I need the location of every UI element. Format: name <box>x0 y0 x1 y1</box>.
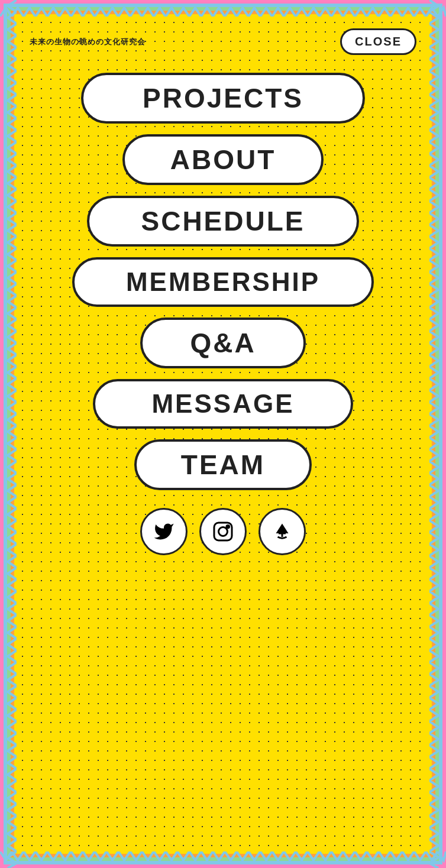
team-button[interactable]: TEAM <box>134 439 312 490</box>
instagram-icon[interactable] <box>199 508 247 555</box>
zigzag-right-border <box>429 0 441 868</box>
close-button[interactable]: CLOSE <box>340 28 416 55</box>
zigzag-bottom-border <box>0 851 446 863</box>
message-button[interactable]: MESSAGE <box>93 379 353 429</box>
zigzag-top-border <box>0 5 446 17</box>
zigzag-left-border <box>5 0 17 868</box>
social-icons <box>140 508 306 555</box>
site-title: 未来の生物の眺めの文化研究会 <box>30 37 146 47</box>
qna-button[interactable]: Q&A <box>140 318 306 368</box>
about-button[interactable]: ABOUT <box>122 134 324 185</box>
header: 未来の生物の眺めの文化研究会 CLOSE <box>30 28 416 55</box>
twitter-icon[interactable] <box>140 508 188 555</box>
projects-button[interactable]: PROJECTS <box>81 73 365 124</box>
schedule-button[interactable]: SCHEDULE <box>87 196 359 247</box>
opensea-icon[interactable] <box>258 508 306 555</box>
main-content: 未来の生物の眺めの文化研究会 CLOSE PROJECTS ABOUT SCHE… <box>18 18 428 850</box>
page-wrapper: 未来の生物の眺めの文化研究会 CLOSE PROJECTS ABOUT SCHE… <box>0 0 446 868</box>
membership-button[interactable]: MEMBERSHIP <box>72 257 374 307</box>
svg-point-1 <box>219 527 228 536</box>
nav-buttons: PROJECTS ABOUT SCHEDULE MEMBERSHIP Q&A M… <box>30 73 416 490</box>
svg-point-2 <box>227 526 230 529</box>
